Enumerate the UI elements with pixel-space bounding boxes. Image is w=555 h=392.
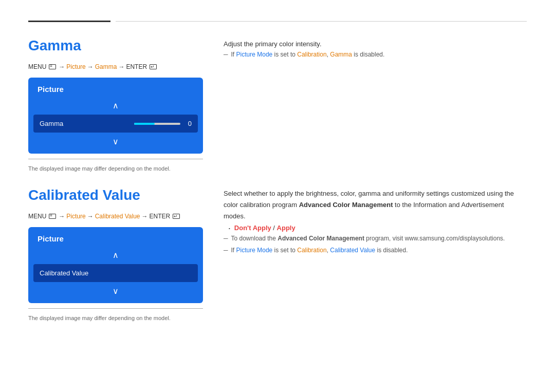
cal-title: Calibrated Value [28, 187, 203, 203]
cal-row-label: Calibrated Value [40, 269, 88, 277]
cal-note2-calval: Calibrated Value [330, 247, 375, 254]
gamma-right-col: Adjust the primary color intensity. ─ If… [224, 38, 527, 172]
cal-arrow-up[interactable]: ∧ [28, 248, 203, 262]
gamma-note-gamma: Gamma [330, 51, 352, 58]
arrow2: → [87, 63, 94, 70]
cal-bullet-item: • Don't Apply / Apply [229, 224, 527, 232]
cal-picture-header: Picture [28, 232, 203, 248]
gamma-right-note: ─ If Picture Mode is set to Calibration,… [224, 50, 527, 60]
cal-bullet-content: Don't Apply / Apply [234, 224, 295, 232]
cal-picture-box: Picture ∧ Calibrated Value ∨ [28, 227, 203, 303]
arrow3: → [118, 63, 124, 70]
apply-label: Apply [277, 224, 295, 232]
gamma-section: Gamma MENU → Picture → Gamma → ENTER Pic… [28, 38, 527, 172]
menu-label: MENU [28, 63, 46, 70]
gamma-slider-track[interactable] [134, 123, 180, 125]
arrow1: → [59, 63, 65, 70]
cal-left-col: Calibrated Value MENU → Picture → Calibr… [28, 187, 203, 321]
gamma-path-picture: Picture [66, 63, 85, 70]
gamma-value: 0 [183, 120, 192, 127]
cal-menu-path: MENU → Picture → Calibrated Value → ENTE… [28, 213, 203, 220]
acm-bold: Advanced Color Management [278, 235, 364, 242]
gamma-picture-header: Picture [28, 83, 203, 99]
top-divider [28, 21, 527, 22]
cal-right-note1: ─ To download the Advanced Color Managem… [224, 234, 527, 244]
gamma-menu-path: MENU → Picture → Gamma → ENTER [28, 63, 203, 70]
cal-note1-dash: ─ [224, 234, 228, 244]
cal-desc-main: Select whether to apply the brightness, … [224, 187, 527, 222]
gamma-row-label: Gamma [40, 120, 63, 127]
menu-icon [49, 64, 56, 69]
gamma-arrow-up[interactable]: ∧ [28, 99, 203, 113]
enter-icon-cal [173, 214, 180, 219]
dont-apply-label: Don't Apply [234, 224, 271, 232]
cal-picture-row[interactable]: Calibrated Value [33, 264, 198, 282]
calibrated-value-section: Calibrated Value MENU → Picture → Calibr… [28, 187, 527, 321]
cal-arrow3: → [142, 213, 148, 220]
gamma-slider-fill [134, 123, 155, 125]
cal-menu-label: MENU [28, 213, 46, 220]
gamma-arrow-down[interactable]: ∨ [28, 135, 203, 148]
gamma-title: Gamma [28, 38, 203, 54]
cal-right-col: Select whether to apply the brightness, … [224, 187, 527, 321]
cal-arrow1: → [59, 213, 65, 220]
gamma-path-gamma: Gamma [95, 63, 117, 70]
gamma-note-dash: ─ [224, 50, 228, 60]
top-divider-light [116, 21, 527, 22]
cal-note-text: The displayed image may differ depending… [28, 315, 203, 321]
cal-bullet-list: • Don't Apply / Apply [229, 224, 527, 232]
cal-menu-icon [49, 214, 56, 219]
gamma-left-col: Gamma MENU → Picture → Gamma → ENTER Pic… [28, 38, 203, 172]
cal-right-note2: ─ If Picture Mode is set to Calibration,… [224, 246, 527, 255]
bullet-dot: • [229, 226, 230, 232]
cal-note1-content: To download the Advanced Color Managemen… [231, 234, 505, 244]
cal-note2-picture-mode: Picture Mode [236, 247, 273, 254]
enter-icon-gamma [150, 64, 157, 69]
cal-note2-dash: ─ [224, 246, 228, 255]
cal-note2-content: If Picture Mode is set to Calibration, C… [231, 246, 408, 255]
gamma-note-picture-mode: Picture Mode [236, 51, 273, 58]
gamma-path-enter: ENTER [126, 63, 147, 70]
gamma-note-line [28, 159, 203, 162]
gamma-note-calibration: Calibration [297, 51, 326, 58]
cal-path-calval: Calibrated Value [95, 213, 140, 220]
cal-path-picture: Picture [66, 213, 85, 220]
cal-desc-bold: Advanced Color Management [299, 201, 393, 209]
cal-arrow-down[interactable]: ∨ [28, 284, 203, 298]
top-divider-dark [28, 21, 110, 22]
gamma-picture-row: Gamma 0 [33, 115, 198, 133]
gamma-note-text: The displayed image may differ depending… [28, 165, 203, 172]
gamma-slider[interactable]: 0 [134, 120, 192, 127]
cal-note2-calibration: Calibration [297, 247, 326, 254]
gamma-note-content: If Picture Mode is set to Calibration, G… [231, 50, 385, 60]
cal-arrow2: → [87, 213, 94, 220]
gamma-picture-box: Picture ∧ Gamma 0 ∨ [28, 78, 203, 154]
cal-path-enter: ENTER [150, 213, 171, 220]
gamma-desc-main: Adjust the primary color intensity. [224, 38, 527, 50]
cal-note-line [28, 308, 203, 312]
